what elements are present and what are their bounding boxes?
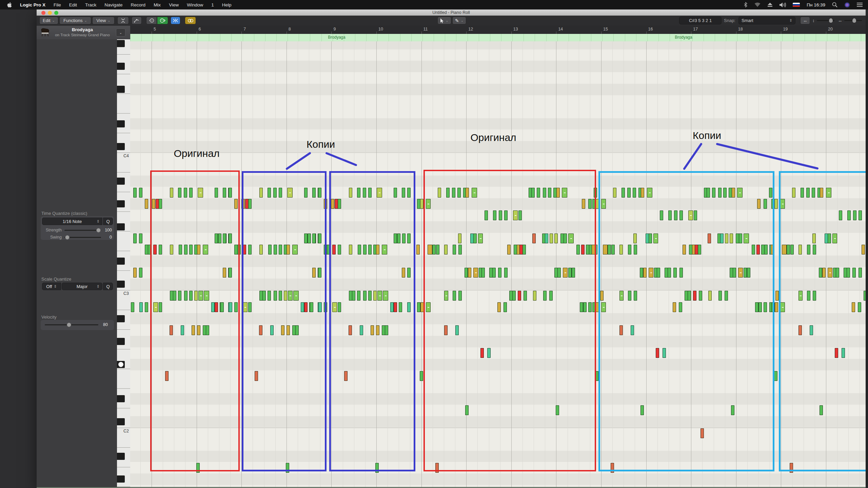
apple-logo-icon[interactable] — [7, 2, 12, 8]
collapse-mode-button[interactable] — [117, 17, 129, 24]
menu-item[interactable]: Record — [131, 2, 146, 7]
bar-number: 20 — [828, 27, 833, 32]
volume-icon[interactable] — [780, 2, 786, 7]
annotation-text: Оригинал — [174, 148, 219, 159]
wifi-icon[interactable] — [754, 2, 761, 7]
black-key[interactable] — [117, 86, 125, 93]
black-key[interactable] — [117, 223, 125, 230]
annotation-pointer-line — [287, 153, 310, 169]
strength-slider[interactable] — [64, 230, 101, 231]
swing-label: Swing — [41, 235, 62, 240]
black-key[interactable] — [117, 315, 125, 322]
bluetooth-icon[interactable] — [744, 2, 748, 7]
chevron-down-icon: ⌄ — [52, 19, 55, 22]
black-key[interactable] — [117, 281, 125, 288]
vertical-zoom-slider[interactable]: ↕ — [812, 17, 834, 24]
black-key[interactable] — [117, 453, 125, 460]
horizontal-zoom-icon: ↔ — [838, 18, 842, 23]
black-key[interactable] — [117, 120, 125, 127]
horizontal-zoom-slider[interactable]: ↔ — [838, 17, 862, 24]
edit-menu-button[interactable]: Edit⌄ — [39, 17, 58, 24]
velocity-slider[interactable] — [45, 324, 98, 325]
view-menu-button[interactable]: View⌄ — [92, 17, 115, 24]
black-key[interactable] — [117, 200, 125, 207]
link-button[interactable] — [185, 17, 196, 24]
black-key[interactable] — [117, 143, 125, 150]
bar-tick — [331, 32, 332, 34]
q-button-label: Q — [106, 219, 110, 224]
updown-chevrons-icon: ⇕ — [97, 219, 100, 224]
zoom-button[interactable] — [54, 11, 58, 15]
bar-tick — [691, 32, 691, 34]
black-key[interactable] — [117, 361, 125, 368]
note-grid[interactable]: ОригиналКопииОригиналКопии — [130, 41, 866, 487]
piano-keyboard[interactable]: C4C3C2 — [117, 39, 131, 487]
bar-ruler[interactable]: 567891011121314151617181920 — [130, 26, 866, 34]
spotlight-search-icon[interactable] — [832, 2, 837, 7]
input-language-flag-ru[interactable] — [793, 3, 800, 7]
pencil-tool-selector[interactable]: ✎ ⌄ — [452, 17, 466, 24]
black-key[interactable] — [117, 338, 125, 345]
menu-item[interactable]: View — [169, 2, 179, 7]
scale-quantize-scale-select[interactable]: Major ⇕ — [62, 283, 102, 290]
swing-value: 0 — [100, 235, 112, 240]
track-header-menu-button[interactable]: ⌄ — [116, 28, 125, 37]
menu-item[interactable]: Track — [85, 2, 96, 7]
close-button[interactable] — [41, 11, 45, 15]
black-key[interactable] — [117, 418, 125, 425]
swing-slider[interactable] — [64, 237, 101, 238]
grand-piano-icon — [40, 28, 50, 37]
menu-item[interactable]: Navigate — [104, 2, 122, 7]
functions-menu-button[interactable]: Functions⌄ — [59, 17, 91, 24]
siri-icon[interactable] — [844, 2, 850, 8]
track-subtitle: on Track Steinway Grand Piano — [50, 33, 115, 37]
black-key[interactable] — [117, 40, 125, 47]
window-title-bar[interactable]: Untitled - Piano Roll — [37, 9, 866, 16]
auto-zoom-button[interactable]: ↔ — [800, 17, 810, 24]
annotation-pointer-line — [717, 144, 817, 168]
pointer-tool-selector[interactable]: ⌄ — [437, 17, 451, 24]
time-quantize-apply-button[interactable]: Q — [103, 218, 113, 225]
view-menu-label: View — [96, 18, 106, 23]
menu-item[interactable]: Mix — [154, 2, 161, 7]
bar-tick — [646, 32, 647, 34]
swing-knob[interactable] — [65, 235, 70, 240]
bar-tick — [376, 32, 377, 34]
midi-out-button[interactable] — [157, 17, 168, 24]
white-key-separator — [117, 152, 130, 153]
vertical-zoom-track[interactable] — [817, 20, 834, 21]
menu-item[interactable]: Help — [222, 2, 232, 7]
time-quantize-select[interactable]: 1/16 Note ⇕ — [42, 218, 102, 225]
vertical-zoom-knob[interactable] — [829, 18, 833, 23]
midi-draw-button[interactable] — [132, 17, 142, 24]
annotation-text: Оригинал — [470, 132, 516, 143]
minimize-button[interactable] — [48, 11, 52, 15]
eject-icon[interactable] — [767, 2, 773, 7]
horizontal-zoom-track[interactable] — [844, 20, 862, 21]
menu-clock[interactable]: Пн 16:39 — [807, 2, 825, 7]
collapse-icon — [121, 18, 125, 23]
snap-select[interactable]: Smart ⇕ — [738, 17, 795, 24]
scale-quantize-apply-button[interactable]: Q — [103, 283, 113, 290]
velocity-label: Velocity — [41, 314, 57, 320]
black-key[interactable] — [117, 258, 125, 265]
black-key[interactable] — [117, 395, 125, 402]
menu-item[interactable]: File — [54, 2, 61, 7]
midi-in-button[interactable] — [146, 17, 157, 24]
menu-item[interactable]: 1 — [211, 2, 214, 7]
horizontal-zoom-knob[interactable] — [852, 18, 856, 23]
menu-app-name[interactable]: Logic Pro X — [20, 2, 45, 7]
region-strip[interactable]: BrodyagaBrodyaga — [130, 34, 866, 42]
scale-quantize-root-select[interactable]: Off ⇕ — [42, 283, 61, 290]
notification-center-icon[interactable] — [857, 2, 863, 7]
menu-item[interactable]: Edit — [69, 2, 77, 7]
black-key[interactable] — [117, 63, 125, 70]
menu-item[interactable]: Window — [187, 2, 203, 7]
bar-number: 18 — [738, 27, 743, 32]
black-key[interactable] — [117, 475, 125, 483]
track-name: Brodyaga — [50, 27, 115, 32]
velocity-knob[interactable] — [67, 323, 71, 327]
chevron-down-icon: ⌄ — [461, 19, 463, 22]
black-key[interactable] — [117, 178, 125, 185]
catch-playhead-button[interactable] — [171, 17, 180, 24]
